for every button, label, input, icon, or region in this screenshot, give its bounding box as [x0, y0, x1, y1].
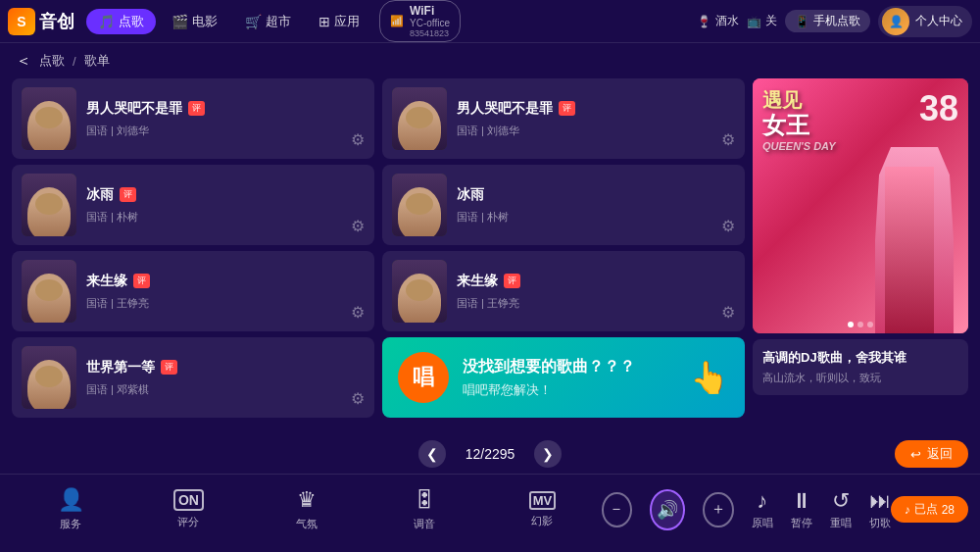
dot-2[interactable] — [858, 322, 863, 327]
close-label: 关 — [765, 13, 777, 29]
tune-label: 调音 — [414, 517, 435, 531]
volume-down-button[interactable]: － — [602, 492, 632, 527]
dj-song-title: 高调的DJ歌曲，舍我其谁 — [762, 349, 958, 367]
banner-overlay-text: 遇见 女王 QUEEN'S DAY — [762, 88, 836, 153]
playback-controls: － 🔊 ＋ ♪ 原唱 ⏸ 暂停 ↺ 重唱 ⏭ 切歌 — [602, 488, 891, 530]
wifi-password: 83541823 — [410, 28, 450, 38]
personal-label: 个人中心 — [915, 13, 962, 29]
dj-song-card[interactable]: 高调的DJ歌曲，舍我其谁 高山流水，听则以，致玩 — [753, 339, 968, 395]
service-icon: 👤 — [58, 487, 84, 513]
nav-label-songs: 点歌 — [119, 13, 144, 30]
volume-up-button[interactable]: ＋ — [703, 492, 733, 527]
score-button[interactable]: ON 评分 — [129, 489, 247, 529]
phone-song-button[interactable]: 📱 手机点歌 — [785, 10, 870, 32]
next-page-button[interactable]: ❯ — [534, 440, 562, 468]
list-item[interactable]: 来生缘 评 国语 | 王铮亮 ⚙ — [382, 251, 745, 331]
gear-icon[interactable]: ⚙ — [351, 389, 365, 408]
banner-image[interactable]: 遇见 女王 QUEEN'S DAY 38 — [753, 78, 968, 333]
list-item[interactable]: 男人哭吧不是罪 评 国语 | 刘德华 ⚙ — [382, 78, 745, 159]
bottom-bar: 👤 服务 ON 评分 ♛ 气氛 🎛 调音 MV 幻影 － 🔊 ＋ ♪ 原唱 ⏸ — [0, 474, 980, 544]
logo-icon: S — [8, 8, 35, 35]
promo-title: 没找到想要的歌曲？？？ — [463, 357, 676, 377]
tune-icon: 🎛 — [414, 487, 435, 513]
mood-label: 气氛 — [296, 517, 318, 531]
promo-subtitle: 唱吧帮您解决！ — [463, 381, 676, 399]
song-meta: 国语 | 王铮亮 — [86, 296, 365, 311]
top-navigation: S 音创 🎵 点歌 🎬 电影 🛒 超市 ⊞ 应用 📶 WiFi YC-offic… — [0, 0, 980, 43]
replay-button[interactable]: ↺ 重唱 — [830, 488, 852, 530]
song-thumbnail — [22, 346, 76, 409]
song-info: 男人哭吧不是罪 评 国语 | 刘德华 — [86, 100, 365, 138]
skip-icon: ⏭ — [869, 488, 891, 514]
mv-label: 幻影 — [531, 514, 553, 528]
list-item[interactable]: 冰雨 国语 | 朴树 ⚙ — [382, 165, 745, 245]
return-label: 返回 — [927, 445, 953, 463]
queued-button[interactable]: ♪ 已点 28 — [891, 496, 968, 523]
song-thumbnail — [22, 260, 76, 323]
nav-label-market: 超市 — [266, 13, 291, 30]
score-icon: ON — [173, 489, 204, 511]
page-info: 12/2295 — [466, 446, 515, 462]
movies-icon: 🎬 — [172, 14, 188, 29]
mv-button[interactable]: MV 幻影 — [483, 491, 601, 528]
volume-button[interactable]: 🔊 — [650, 489, 685, 530]
dot-3[interactable] — [867, 322, 873, 327]
song-badge: 评 — [188, 101, 205, 116]
song-title: 男人哭吧不是罪 — [86, 100, 182, 118]
nav-item-movies[interactable]: 🎬 电影 — [160, 9, 229, 34]
service-label: 服务 — [60, 517, 81, 531]
original-label: 原唱 — [752, 516, 773, 530]
song-thumbnail — [22, 174, 76, 236]
list-item[interactable]: 世界第一等 评 国语 | 邓紫棋 ⚙ — [12, 337, 374, 418]
gear-icon[interactable]: ⚙ — [721, 303, 735, 322]
list-item[interactable]: 冰雨 评 国语 | 朴树 ⚙ — [12, 165, 374, 245]
gear-icon[interactable]: ⚙ — [351, 217, 365, 235]
nav-item-songs[interactable]: 🎵 点歌 — [86, 9, 156, 34]
song-meta: 国语 | 邓紫棋 — [86, 382, 365, 397]
list-item[interactable]: 男人哭吧不是罪 评 国语 | 刘德华 ⚙ — [12, 78, 374, 159]
return-button[interactable]: ↩ 返回 — [895, 440, 968, 468]
gear-icon[interactable]: ⚙ — [721, 217, 735, 235]
dress-figure — [885, 167, 934, 333]
mood-icon: ♛ — [297, 487, 317, 513]
prev-page-button[interactable]: ❮ — [418, 440, 446, 468]
song-thumbnail — [392, 87, 447, 150]
mood-button[interactable]: ♛ 气氛 — [248, 487, 366, 531]
song-info: 冰雨 评 国语 | 朴树 — [86, 186, 365, 225]
volume-icon: 🔊 — [657, 499, 678, 521]
song-thumbnail — [392, 260, 447, 323]
original-button[interactable]: ♪ 原唱 — [752, 488, 773, 530]
phone-icon: 📱 — [795, 15, 809, 28]
song-info: 来生缘 评 国语 | 王铮亮 — [457, 273, 735, 311]
nav-item-apps[interactable]: ⊞ 应用 — [307, 9, 371, 34]
gear-icon[interactable]: ⚙ — [721, 130, 735, 149]
personal-center-button[interactable]: 👤 个人中心 — [878, 6, 972, 37]
song-title: 来生缘 — [457, 273, 498, 290]
gear-icon[interactable]: ⚙ — [351, 303, 365, 322]
song-meta: 国语 | 刘德华 — [457, 124, 735, 138]
list-item[interactable]: 来生缘 评 国语 | 王铮亮 ⚙ — [12, 251, 374, 331]
song-info: 世界第一等 评 国语 | 邓紫棋 — [86, 359, 365, 397]
minus-icon: － — [609, 499, 624, 520]
gear-icon[interactable]: ⚙ — [351, 130, 365, 149]
pause-button[interactable]: ⏸ 暂停 — [791, 488, 812, 530]
breadcrumb: ＜ 点歌 / 歌单 — [0, 43, 980, 78]
nav-item-market[interactable]: 🛒 超市 — [233, 9, 303, 34]
promo-logo: 唱 — [398, 352, 449, 403]
service-button[interactable]: 👤 服务 — [12, 487, 129, 531]
right-panel: 遇见 女王 QUEEN'S DAY 38 高调的DJ歌曲，舍我其谁 高山流水，听… — [753, 78, 968, 434]
dj-song-sub: 高山流水，听则以，致玩 — [762, 371, 958, 385]
song-badge: 评 — [559, 101, 575, 116]
tune-button[interactable]: 🎛 调音 — [366, 487, 483, 531]
drink-item[interactable]: 🍷 酒水 — [697, 13, 739, 29]
song-info: 来生缘 评 国语 | 王铮亮 — [86, 273, 365, 311]
back-button[interactable]: ＜ — [16, 51, 31, 72]
promo-banner[interactable]: 唱 没找到想要的歌曲？？？ 唱吧帮您解决！ 👆 — [382, 337, 745, 418]
close-item[interactable]: 📺 关 — [747, 13, 777, 29]
nav-right-group: 🍷 酒水 📺 关 📱 手机点歌 👤 个人中心 — [697, 6, 972, 37]
dot-1[interactable] — [848, 322, 854, 327]
wifi-network: YC-office — [410, 18, 450, 28]
song-column-left: 男人哭吧不是罪 评 国语 | 刘德华 ⚙ 冰雨 评 — [12, 78, 374, 434]
skip-button[interactable]: ⏭ 切歌 — [869, 488, 891, 530]
pause-icon: ⏸ — [791, 488, 812, 514]
